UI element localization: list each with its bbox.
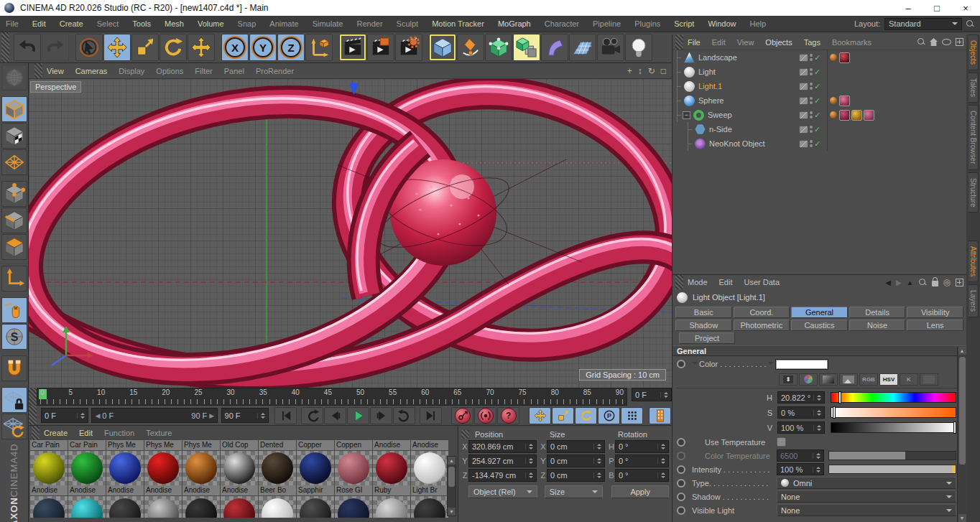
layer-toggle-icon[interactable] <box>799 68 808 76</box>
menu-item[interactable]: Plugins <box>634 19 660 28</box>
material-item[interactable] <box>182 496 220 518</box>
layer-toggle-icon[interactable] <box>799 126 808 134</box>
menu-item[interactable]: Script <box>674 19 694 28</box>
expander-icon[interactable]: − <box>683 111 690 119</box>
object-row[interactable]: Landscape ✓ <box>672 50 966 65</box>
material-preview[interactable] <box>182 451 220 485</box>
material-name-label[interactable]: Coppen <box>335 440 372 450</box>
material-menu-item[interactable]: Edit <box>79 429 93 437</box>
hue-slider[interactable] <box>831 392 956 403</box>
material-name-label[interactable]: Phys Me <box>106 440 144 450</box>
axis-lock-button[interactable]: Z <box>277 34 305 61</box>
history-back-icon[interactable]: ◀ <box>885 279 891 286</box>
material-preview[interactable] <box>335 496 372 518</box>
material-name-label[interactable]: Anodise <box>373 440 410 450</box>
material-item[interactable]: Anodise <box>30 451 68 495</box>
expand-triangle-icon[interactable] <box>692 362 698 368</box>
key-pla-toggle[interactable] <box>621 407 643 424</box>
coords-grip[interactable] <box>461 430 469 439</box>
visibility-dots-icon[interactable] <box>810 126 813 133</box>
use-temperature-checkbox[interactable] <box>777 437 786 447</box>
go-to-start-button[interactable] <box>274 407 297 424</box>
shadow-dropdown[interactable]: None <box>777 490 956 503</box>
play-forwards-button[interactable] <box>393 407 415 424</box>
material-item[interactable] <box>106 496 144 518</box>
coordinate-mode-dropdown[interactable]: Object (Rel) <box>468 485 537 498</box>
material-menu-item[interactable]: Create <box>44 429 68 437</box>
material-name-label[interactable]: Anodise <box>411 440 448 450</box>
menu-item[interactable]: Animate <box>269 19 298 28</box>
panel-tab[interactable]: Attributes <box>969 241 979 282</box>
saturation-field[interactable]: 0 % <box>777 406 825 419</box>
material-preview[interactable] <box>106 496 144 518</box>
mixer-mode-icon[interactable] <box>920 373 938 386</box>
attribute-menu-item[interactable]: User Data <box>744 278 780 286</box>
material-preview[interactable] <box>373 496 410 518</box>
layout-dropdown[interactable]: Standard <box>884 18 962 30</box>
attribute-tab[interactable]: Coord. <box>734 307 790 318</box>
points-mode-button[interactable] <box>1 181 27 207</box>
material-name-label[interactable]: Anodise <box>144 485 182 495</box>
scroll-up-icon[interactable]: ▲ <box>448 457 456 465</box>
add-primitive-button[interactable] <box>429 34 456 61</box>
material-preview[interactable] <box>373 451 410 485</box>
scale-tool-button[interactable] <box>131 34 159 61</box>
material-item[interactable] <box>297 496 334 518</box>
range-left-arrow-icon[interactable]: ◀ <box>95 412 100 419</box>
object-row[interactable]: − Sweep ✓ <box>672 108 966 122</box>
material-grip[interactable] <box>32 426 40 440</box>
filter-eye-icon[interactable] <box>942 39 951 45</box>
key-position-toggle[interactable] <box>529 407 551 424</box>
go-to-end-button[interactable] <box>420 407 442 424</box>
object-manager-menu-item[interactable]: View <box>737 38 754 47</box>
polygons-mode-button[interactable] <box>1 234 27 260</box>
attribute-tab[interactable]: Details <box>849 307 906 318</box>
material-item[interactable]: Rose Gl <box>335 451 372 495</box>
visibility-dots-icon[interactable] <box>810 140 813 147</box>
viewport-menu-item[interactable]: ProRender <box>256 67 294 75</box>
maximize-view-icon[interactable]: □ <box>661 66 666 76</box>
visibility-dots-icon[interactable] <box>810 83 813 90</box>
menu-item[interactable]: MoGraph <box>498 19 531 28</box>
minimize-button[interactable]: – <box>894 0 923 16</box>
timeline-grip[interactable] <box>29 388 37 406</box>
object-row[interactable]: n-Side ✓ <box>672 122 966 136</box>
material-name-label[interactable]: Light Br <box>411 485 448 495</box>
texture-tag-icon[interactable] <box>839 110 850 121</box>
menu-item[interactable]: Pipeline <box>593 19 621 28</box>
phong-tag-icon[interactable] <box>830 97 837 104</box>
attribute-tab[interactable]: Shadow <box>675 320 732 331</box>
object-name[interactable]: n-Side <box>709 125 732 134</box>
range-end-field[interactable]: 90 F <box>221 408 269 423</box>
scrollbar-thumb[interactable] <box>959 357 966 465</box>
material-item[interactable] <box>411 496 448 518</box>
material-name-label[interactable]: Anodise <box>182 485 220 495</box>
axis-lock-button[interactable]: Y <box>249 34 277 61</box>
menu-item[interactable]: Select <box>97 19 119 28</box>
range-start-field[interactable]: 0 F <box>41 408 88 423</box>
camera-label[interactable]: Perspective <box>30 81 81 93</box>
play-backwards-button[interactable] <box>301 407 323 424</box>
layer-toggle-icon[interactable] <box>799 83 808 90</box>
panel-tab[interactable]: Structure <box>969 172 979 213</box>
keyframe-radio[interactable] <box>677 493 685 501</box>
viewport-menu-item[interactable]: Display <box>119 67 144 75</box>
add-environment-button[interactable] <box>569 34 596 61</box>
color-swatch[interactable] <box>775 359 828 370</box>
material-preview[interactable] <box>411 496 448 518</box>
compact-mode-icon[interactable]: ⇕ <box>779 373 798 386</box>
rotation-field[interactable]: 0 ° <box>615 440 669 453</box>
layer-toggle-icon[interactable] <box>799 111 808 119</box>
rgb-mode-button[interactable]: RGB <box>859 373 878 386</box>
attribute-tab[interactable]: Lens <box>907 320 963 331</box>
undo-button[interactable] <box>14 34 41 61</box>
panel-tab[interactable]: Objects <box>969 34 979 70</box>
record-keyframe-button[interactable] <box>451 407 473 424</box>
object-name[interactable]: Landscape <box>698 53 737 62</box>
key-parameter-toggle[interactable] <box>598 407 620 424</box>
attribute-tab[interactable]: Project <box>679 332 735 344</box>
material-name-label[interactable]: Phys Me <box>182 440 220 450</box>
edges-mode-button[interactable] <box>1 208 27 233</box>
add-generator-button[interactable] <box>513 34 540 61</box>
object-row[interactable]: Sphere ✓ <box>672 93 966 108</box>
